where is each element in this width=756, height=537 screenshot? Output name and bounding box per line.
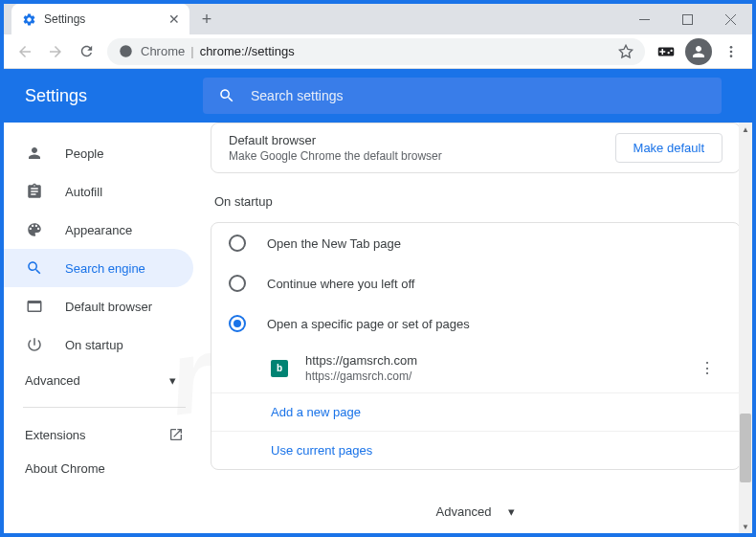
close-icon[interactable]: ✕: [168, 11, 180, 27]
search-input[interactable]: [251, 88, 706, 103]
radio-icon: [229, 315, 246, 332]
sidebar-extensions[interactable]: Extensions: [4, 417, 205, 452]
gear-icon: [21, 11, 36, 27]
settings-header: Settings: [4, 69, 752, 123]
back-button[interactable]: [10, 36, 40, 67]
external-link-icon: [168, 427, 184, 442]
scroll-up-arrow[interactable]: ▲: [739, 123, 752, 136]
favicon-icon: b: [271, 360, 288, 377]
sidebar-item-on-startup[interactable]: On startup: [4, 325, 205, 364]
startup-option-continue[interactable]: Continue where you left off: [211, 263, 740, 303]
star-icon[interactable]: [618, 44, 634, 59]
startup-page-url: https://gamsrch.com/: [305, 369, 417, 383]
address-bar[interactable]: Chrome | chrome://settings: [107, 38, 645, 65]
power-icon: [25, 335, 44, 354]
startup-option-new-tab[interactable]: Open the New Tab page: [211, 223, 740, 263]
search-icon: [25, 258, 44, 278]
sidebar-item-label: Search engine: [65, 261, 145, 276]
vertical-scrollbar[interactable]: ▲ ▼: [739, 123, 752, 533]
main-content: Default browser Make Google Chrome the d…: [205, 123, 752, 533]
startup-option-specific-page[interactable]: Open a specific page or set of pages: [211, 303, 740, 344]
browser-icon: [25, 297, 44, 316]
address-url: chrome://settings: [200, 44, 295, 58]
sidebar-item-search-engine[interactable]: Search engine: [4, 249, 193, 287]
chevron-down-icon: ▾: [169, 373, 176, 388]
chrome-icon: [119, 44, 133, 58]
sidebar-item-people[interactable]: People: [4, 134, 205, 172]
startup-page-title: https://gamsrch.com: [305, 353, 417, 368]
new-tab-button[interactable]: +: [193, 6, 220, 33]
address-scheme: Chrome: [141, 44, 185, 58]
advanced-footer-toggle[interactable]: Advanced ▾: [211, 491, 741, 532]
svg-point-2: [120, 45, 132, 57]
sidebar-item-label: Autofill: [65, 185, 102, 199]
scrollbar-thumb[interactable]: [740, 414, 751, 482]
minimize-button[interactable]: [623, 4, 666, 34]
sidebar-item-label: On startup: [65, 338, 123, 352]
reload-button[interactable]: [71, 36, 101, 67]
maximize-button[interactable]: [666, 4, 709, 34]
sidebar: People Autofill Appearance Search engine…: [4, 123, 205, 533]
svg-point-4: [730, 50, 733, 53]
sidebar-item-label: Appearance: [65, 223, 132, 237]
sidebar-item-appearance[interactable]: Appearance: [4, 211, 205, 249]
svg-rect-1: [683, 14, 693, 24]
forward-button[interactable]: [40, 36, 71, 67]
on-startup-card: Open the New Tab page Continue where you…: [211, 222, 741, 470]
startup-page-entry: b https://gamsrch.com https://gamsrch.co…: [211, 344, 740, 392]
add-new-page-link[interactable]: Add a new page: [211, 392, 740, 431]
titlebar: Settings ✕ +: [4, 4, 752, 34]
svg-point-3: [730, 46, 733, 49]
sidebar-about[interactable]: About Chrome: [4, 452, 205, 485]
clipboard-icon: [25, 182, 44, 201]
browser-toolbar: Chrome | chrome://settings: [4, 34, 752, 69]
sidebar-item-label: People: [65, 146, 103, 161]
make-default-button[interactable]: Make default: [615, 133, 723, 163]
use-current-pages-link[interactable]: Use current pages: [211, 431, 740, 469]
svg-rect-0: [639, 19, 650, 20]
search-icon: [218, 87, 235, 104]
browser-tab[interactable]: Settings ✕: [11, 4, 189, 34]
sidebar-item-autofill[interactable]: Autofill: [4, 172, 205, 211]
default-browser-card: Default browser Make Google Chrome the d…: [211, 123, 741, 173]
close-window-button[interactable]: [709, 4, 752, 34]
more-actions-button[interactable]: ⋮: [692, 359, 723, 377]
sidebar-item-label: Default browser: [65, 300, 152, 314]
chevron-down-icon: ▾: [508, 504, 515, 519]
default-browser-subtitle: Make Google Chrome the default browser: [229, 149, 442, 163]
svg-point-5: [730, 55, 733, 57]
sidebar-item-default-browser[interactable]: Default browser: [4, 287, 205, 325]
tab-title: Settings: [44, 12, 85, 26]
default-browser-title: Default browser: [229, 133, 442, 147]
radio-icon: [229, 235, 246, 252]
radio-icon: [229, 275, 246, 292]
sidebar-advanced-toggle[interactable]: Advanced ▾: [4, 364, 205, 397]
palette-icon: [25, 220, 44, 239]
page-title: Settings: [25, 86, 203, 106]
person-icon: [25, 144, 44, 163]
search-box[interactable]: [203, 78, 722, 114]
gamepad-icon[interactable]: [651, 36, 681, 67]
scroll-down-arrow[interactable]: ▼: [739, 520, 752, 533]
on-startup-title: On startup: [214, 194, 741, 209]
menu-icon[interactable]: [716, 36, 746, 67]
account-avatar[interactable]: [685, 38, 712, 65]
